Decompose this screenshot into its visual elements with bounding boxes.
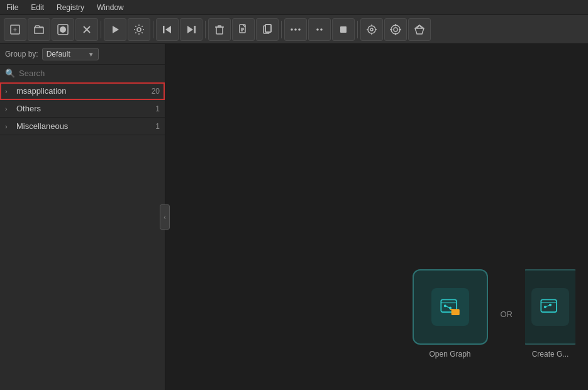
tree-item-label: msapplication (16, 86, 152, 96)
tree-item-count: 1 (155, 104, 160, 113)
doc2-btn[interactable] (256, 18, 279, 41)
more-btn[interactable] (284, 18, 307, 41)
svg-marker-11 (187, 26, 193, 33)
svg-point-38 (394, 28, 397, 31)
tree-item-count: 20 (152, 87, 160, 96)
target2-btn[interactable] (384, 18, 407, 41)
menu-edit[interactable]: Edit (28, 2, 47, 13)
content-area: Open Graph OR Create G (165, 44, 588, 390)
create-graph-button[interactable] (525, 269, 575, 345)
create-graph-icon (531, 288, 569, 326)
search-icon: 🔍 (5, 69, 15, 78)
or-text: OR (501, 309, 513, 319)
sep1 (101, 21, 101, 38)
svg-point-22 (294, 28, 297, 31)
open-graph-label: Open Graph (429, 350, 470, 359)
sep5 (357, 21, 358, 38)
tree-item-msapplication[interactable]: › msapplication 20 (0, 82, 165, 100)
svg-rect-10 (194, 26, 196, 33)
svg-marker-9 (165, 26, 171, 33)
tree-item-others[interactable]: › Others 1 (0, 100, 165, 118)
svg-point-21 (291, 28, 293, 31)
tree-item-label: Others (16, 104, 155, 113)
open-graph-icon (431, 288, 469, 326)
chevron-down-icon: ▼ (88, 51, 94, 58)
settings-btn[interactable] (128, 18, 150, 41)
menubar: File Edit Registry Window (0, 0, 588, 15)
svg-rect-8 (163, 26, 165, 33)
record-btn[interactable] (52, 18, 74, 41)
svg-line-46 (445, 306, 450, 308)
sidebar: Group by: Default ▼ 🔍 › msapplication 20… (0, 44, 165, 390)
card-area: Open Graph OR Create G (413, 269, 589, 359)
svg-point-32 (370, 28, 373, 31)
sep2 (153, 21, 153, 38)
chevron-right-icon: › (5, 123, 13, 130)
tree-item-label: Miscellaneous (16, 121, 155, 131)
svg-point-23 (298, 28, 301, 31)
create-graph-label: Create G... (532, 350, 569, 359)
chevron-right-icon: › (5, 105, 13, 113)
svg-marker-39 (415, 25, 424, 34)
tree-item-count: 1 (155, 122, 160, 131)
gem-btn[interactable] (408, 18, 431, 41)
svg-rect-26 (340, 26, 347, 33)
open-btn[interactable] (28, 18, 50, 41)
svg-point-27 (368, 26, 375, 33)
svg-point-33 (391, 25, 400, 34)
menu-registry[interactable]: Registry (54, 2, 87, 13)
search-input[interactable] (19, 69, 160, 78)
svg-text:+: + (13, 26, 17, 33)
svg-point-24 (316, 28, 319, 31)
svg-point-25 (320, 28, 323, 31)
target1-btn[interactable] (360, 18, 383, 41)
svg-point-7 (137, 28, 141, 31)
main-area: Group by: Default ▼ 🔍 › msapplication 20… (0, 44, 588, 390)
svg-rect-19 (265, 25, 271, 32)
doc1-btn[interactable] (232, 18, 255, 41)
toolbar: + (0, 15, 588, 44)
delete-btn[interactable] (208, 18, 231, 41)
group-by-row: Group by: Default ▼ (0, 44, 165, 65)
menu-window[interactable]: Window (94, 2, 126, 13)
step-fwd-btn[interactable] (180, 18, 202, 41)
group-by-select[interactable]: Default ▼ (42, 48, 99, 60)
open-graph-card-container: Open Graph (413, 269, 488, 359)
tree-item-miscellaneous[interactable]: › Miscellaneous 1 (0, 118, 165, 135)
create-graph-card-container: Create G... (525, 269, 575, 359)
svg-rect-12 (216, 27, 223, 34)
search-box: 🔍 (0, 65, 165, 82)
svg-line-51 (545, 305, 550, 307)
svg-marker-6 (113, 26, 119, 33)
open-graph-button[interactable] (413, 269, 488, 345)
dots-btn[interactable] (308, 18, 331, 41)
sep4 (281, 21, 282, 38)
sep3 (205, 21, 206, 38)
square-btn[interactable] (332, 18, 355, 41)
svg-point-2 (60, 26, 66, 33)
play-btn[interactable] (104, 18, 126, 41)
sidebar-collapse-handle[interactable]: ‹ (160, 204, 170, 230)
group-by-label: Group by: (5, 50, 38, 58)
new-tab-btn[interactable]: + (4, 18, 26, 41)
menu-file[interactable]: File (4, 2, 21, 13)
close-btn[interactable] (75, 18, 98, 41)
chevron-right-icon: › (5, 87, 13, 95)
step-back-btn[interactable] (156, 18, 179, 41)
group-by-value: Default (47, 50, 70, 58)
